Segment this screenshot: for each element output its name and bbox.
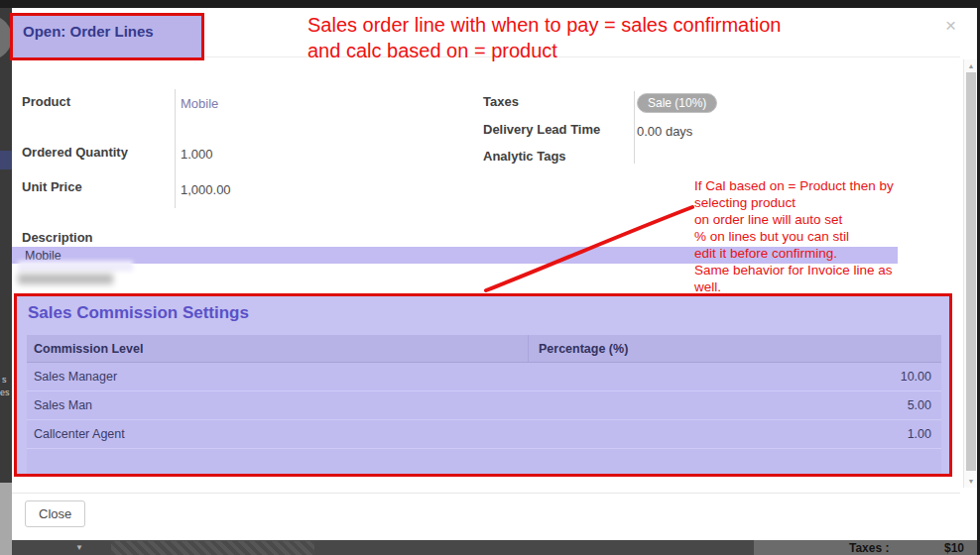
percentage-cell: 5.00 xyxy=(529,398,941,412)
percentage-cell: 10.00 xyxy=(529,370,941,384)
form-right-separator xyxy=(634,91,635,164)
background-text-fragment: es xyxy=(0,388,10,397)
table-empty-row xyxy=(27,449,941,474)
table-row[interactable]: Sales Manager 10.00 xyxy=(27,363,941,391)
product-label: Product xyxy=(22,94,70,109)
commission-level-cell: Sales Manager xyxy=(27,370,529,384)
unit-price-value: 1,000.00 xyxy=(181,182,231,197)
commission-level-cell: Sales Man xyxy=(27,398,529,412)
footer-divider xyxy=(12,493,960,494)
column-header-percentage: Percentage (%) xyxy=(529,342,941,356)
commission-level-cell: Callcenter Agent xyxy=(27,427,529,441)
scroll-down-icon[interactable]: ▼ xyxy=(964,478,978,485)
redacted-text-block xyxy=(18,261,133,272)
product-link[interactable]: Mobile xyxy=(181,96,218,111)
background-sidebar xyxy=(0,0,12,555)
delivery-lead-time-label: Delivery Lead Time xyxy=(483,122,600,137)
window-top-edge xyxy=(0,0,980,8)
table-row[interactable]: Sales Man 5.00 xyxy=(27,391,941,420)
background-scrollbar xyxy=(0,483,12,555)
sales-commission-title: Sales Commission Settings xyxy=(17,296,949,323)
scrollbar-thumb[interactable] xyxy=(966,72,976,471)
tax-badge: Sale (10%) xyxy=(637,93,717,113)
dialog-title-highlight-box: Open: Order Lines xyxy=(10,13,204,60)
dropdown-icon: ▼ xyxy=(75,543,83,552)
percentage-cell: 1.00 xyxy=(529,427,941,441)
commission-table: Commission Level Percentage (%) Sales Ma… xyxy=(27,335,941,474)
redacted-text-block xyxy=(18,274,113,284)
ordered-quantity-value: 1.000 xyxy=(181,147,213,162)
dialog-scrollbar[interactable]: ▲ ▼ xyxy=(963,59,977,488)
delivery-lead-time-value: 0.00 days xyxy=(637,124,692,139)
description-label: Description xyxy=(22,230,93,245)
annotation-top-line: Sales order line with when to pay = sale… xyxy=(307,12,781,38)
analytic-tags-label: Analytic Tags xyxy=(483,149,566,164)
close-icon[interactable]: × xyxy=(945,15,956,37)
close-button[interactable]: Close xyxy=(25,500,85,527)
unit-price-label: Unit Price xyxy=(22,179,82,194)
sales-commission-section: Sales Commission Settings Commission Lev… xyxy=(14,293,952,477)
background-highlight-fragment xyxy=(0,151,12,169)
annotation-side-line: selecting product xyxy=(694,194,967,211)
scroll-up-icon[interactable]: ▲ xyxy=(964,62,978,69)
annotation-side-line: on order line will auto set xyxy=(694,211,967,228)
ordered-quantity-label: Ordered Quantity xyxy=(22,145,128,160)
background-hatched-cell xyxy=(111,541,314,555)
annotation-side-line: % on lines but you can stil xyxy=(694,228,967,245)
dialog-title: Open: Order Lines xyxy=(13,16,201,40)
background-text-fragment: s xyxy=(2,375,7,385)
form-left-separator xyxy=(175,89,176,208)
annotation-side-line: If Cal based on = Product then by xyxy=(694,177,967,194)
column-header-commission-level: Commission Level xyxy=(27,335,529,362)
background-taxes-label: Taxes : xyxy=(849,541,889,555)
table-row[interactable]: Callcenter Agent 1.00 xyxy=(27,420,941,449)
annotation-side: If Cal based on = Product then by select… xyxy=(694,177,967,295)
annotation-top-line: and calc based on = product xyxy=(307,38,781,63)
annotation-side-line: Same behavior for Invoice line as xyxy=(694,262,967,278)
commission-table-header: Commission Level Percentage (%) xyxy=(27,335,941,363)
taxes-label: Taxes xyxy=(483,94,519,109)
background-taxes-value: $10 xyxy=(944,541,964,555)
annotation-side-line: edit it before confirming. xyxy=(694,245,967,262)
annotation-top: Sales order line with when to pay = sale… xyxy=(307,12,781,63)
